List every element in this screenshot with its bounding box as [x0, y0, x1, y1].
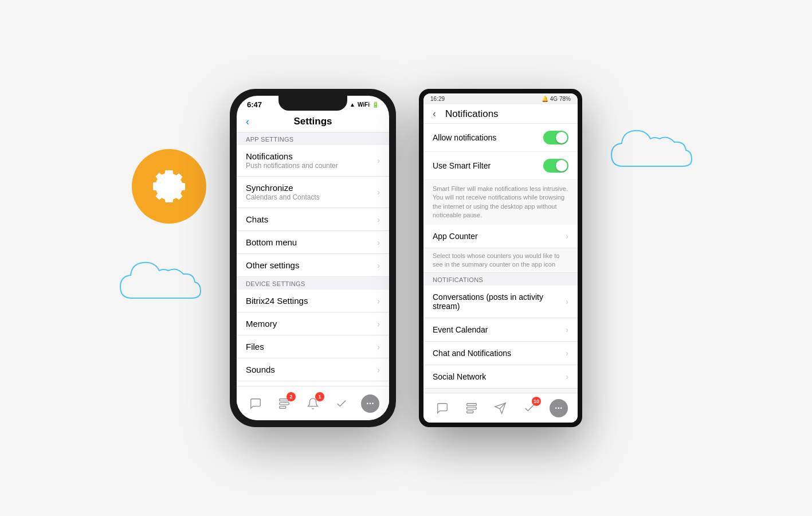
chat-notifications-item[interactable]: Chat and Notifications › [423, 342, 578, 365]
iphone-screen: 6:47 ▲ WiFi 🔋 ‹ Settings APP SETTINGS No… [237, 96, 389, 420]
memory-chevron: › [377, 319, 380, 329]
feed-badge: 2 [287, 392, 296, 401]
settings-screen: APP SETTINGS Notifications Push notifica… [237, 132, 389, 420]
check-tab-icon [335, 397, 348, 410]
files-chevron: › [377, 342, 380, 351]
allow-notifications-label: Allow notifications [433, 133, 496, 142]
notifications-screen: Allow notifications Use Smart Filter Sma… [423, 124, 578, 404]
android-screen: 16:29 🔔 4G 78% ‹ Notifications Allow not… [423, 93, 578, 423]
android-tab-more[interactable]: ··· [550, 399, 568, 417]
svg-rect-4 [467, 407, 477, 409]
sounds-item[interactable]: Sounds › [237, 358, 389, 381]
notifications-item[interactable]: Notifications Push notifications and cou… [237, 145, 389, 177]
other-settings-chevron: › [377, 261, 380, 270]
settings-title: Settings [293, 116, 332, 127]
iphone-time: 6:47 [247, 100, 262, 109]
other-settings-title: Other settings [246, 260, 377, 270]
app-counter-description: Select tools whose counters you would li… [423, 248, 578, 273]
signal-icon: ▲ [350, 101, 355, 108]
bitrix24-chevron: › [377, 296, 380, 306]
allow-notifications-toggle[interactable] [543, 131, 568, 144]
app-counter-item[interactable]: App Counter › [423, 225, 578, 248]
android-battery-text: 78% [559, 96, 571, 102]
conversations-item[interactable]: Conversations (posts in activity stream)… [423, 286, 578, 318]
iphone-device: 6:47 ▲ WiFi 🔋 ‹ Settings APP SETTINGS No… [230, 89, 396, 427]
cloud-right-decoration [600, 115, 715, 186]
android-time: 16:29 [430, 96, 445, 102]
chats-item[interactable]: Chats › [237, 208, 389, 231]
cloud-right-icon [600, 115, 715, 183]
cloud-left-decoration [109, 247, 223, 318]
back-button[interactable]: ‹ [246, 116, 249, 128]
smart-filter-row[interactable]: Use Smart Filter [423, 152, 578, 180]
android-send-icon [494, 402, 507, 415]
chats-title: Chats [246, 214, 377, 224]
tab-chat[interactable] [246, 394, 265, 413]
bottom-menu-chevron: › [377, 238, 380, 247]
gear-icon [146, 163, 192, 209]
iphone-status-icons: ▲ WiFi 🔋 [350, 101, 379, 108]
gear-decoration [132, 149, 206, 224]
event-calendar-title: Event Calendar [433, 325, 488, 334]
sounds-chevron: › [377, 365, 380, 374]
tab-feed[interactable]: 2 [275, 394, 293, 413]
other-settings-item[interactable]: Other settings › [237, 254, 389, 277]
chat-notifications-title: Chat and Notifications [433, 349, 511, 358]
wifi-icon: WiFi [358, 101, 370, 108]
memory-title: Memory [246, 319, 377, 329]
chat-tab-icon [249, 397, 262, 410]
smart-filter-label: Use Smart Filter [433, 161, 491, 170]
android-tab-send[interactable] [491, 399, 509, 417]
android-back-button[interactable]: ‹ [433, 108, 436, 120]
bottom-menu-title: Bottom menu [246, 237, 377, 247]
android-status-icons: 🔔 4G 78% [542, 96, 571, 102]
android-network-icon: 4G [550, 96, 558, 102]
files-title: Files [246, 342, 377, 351]
android-feed-icon [465, 402, 478, 415]
tab-bell[interactable]: 1 [304, 394, 322, 413]
synchronize-item[interactable]: Synchronize Calendars and Contacts › [237, 177, 389, 208]
tab-check[interactable] [332, 394, 351, 413]
notifications-title: Notifications [246, 151, 377, 161]
android-status-bar: 16:29 🔔 4G 78% [423, 93, 578, 104]
event-calendar-chevron: › [566, 325, 568, 334]
bell-badge: 1 [315, 392, 324, 401]
tab-more[interactable]: ··· [361, 394, 379, 413]
notifications-subtitle: Push notifications and counter [246, 162, 377, 170]
android-check-badge: 10 [532, 397, 541, 406]
social-network-chevron: › [566, 372, 568, 381]
iphone-tab-bar: 2 1 ··· [237, 386, 389, 420]
android-tab-chat[interactable] [433, 399, 452, 417]
synchronize-title: Synchronize [246, 183, 377, 193]
conversations-title: Conversations (posts in activity stream) [433, 292, 566, 311]
svg-rect-3 [467, 403, 477, 405]
memory-item[interactable]: Memory › [237, 312, 389, 335]
phones-container: 6:47 ▲ WiFi 🔋 ‹ Settings APP SETTINGS No… [230, 89, 582, 427]
bitrix24-settings-item[interactable]: Bitrix24 Settings › [237, 290, 389, 312]
cloud-left-icon [109, 247, 223, 315]
svg-rect-5 [467, 411, 473, 413]
bitrix24-title: Bitrix24 Settings [246, 296, 377, 306]
social-network-title: Social Network [433, 372, 486, 381]
svg-rect-1 [280, 402, 289, 405]
settings-nav-bar: ‹ Settings [237, 111, 389, 132]
sounds-title: Sounds [246, 365, 377, 374]
android-tab-feed[interactable] [462, 399, 481, 417]
app-counter-chevron: › [566, 232, 568, 241]
android-tab-bar: 10 ··· [423, 393, 578, 423]
conversations-chevron: › [566, 297, 568, 306]
bottom-menu-item[interactable]: Bottom menu › [237, 231, 389, 254]
app-counter-title: App Counter [433, 232, 478, 241]
social-network-item[interactable]: Social Network › [423, 365, 578, 389]
smart-filter-toggle[interactable] [543, 159, 568, 173]
battery-icon: 🔋 [372, 101, 379, 108]
files-item[interactable]: Files › [237, 335, 389, 358]
synchronize-chevron: › [377, 187, 380, 197]
event-calendar-item[interactable]: Event Calendar › [423, 318, 578, 342]
allow-notifications-row[interactable]: Allow notifications [423, 124, 578, 152]
chats-chevron: › [377, 215, 380, 224]
notifications-section-header: NOTIFICATIONS [423, 273, 578, 286]
android-tab-check[interactable]: 10 [520, 399, 539, 417]
android-chat-icon [436, 402, 449, 415]
android-alarm-icon: 🔔 [542, 96, 548, 102]
